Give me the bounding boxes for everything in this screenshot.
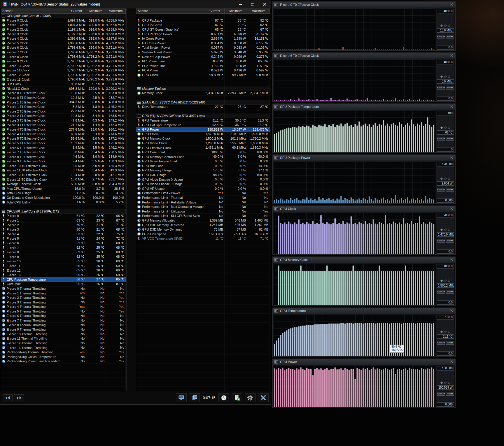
sensor-row[interactable]: GPU Clock99.8 MHz99.7 MHz99.8 MHz <box>136 73 270 78</box>
sensor-row[interactable]: GPU Temperature81.1 °C30.8 °C81.3 °C <box>136 118 270 123</box>
auto-fit-button[interactable]: Auto Fit <box>437 290 445 294</box>
sensor-row[interactable]: PCIe Link Speed16.0 GT/s2.5 GT/s16.0 GT/… <box>136 232 270 237</box>
scroll-left-button[interactable] <box>3 394 13 401</box>
sensor-row[interactable]: CPU IA Cores87 °C29 °C92 °C <box>136 23 270 27</box>
color-dot[interactable] <box>444 127 447 129</box>
sensor-row[interactable]: P-core 5 Clock1,396.6 MHz399.0 MHz4,889.… <box>1 41 126 46</box>
sensor-row[interactable]: E-core 662 °C25 °C68 °C <box>1 241 126 246</box>
graph-chart[interactable] <box>274 110 435 152</box>
graph-chart[interactable] <box>274 59 435 101</box>
sensor-row[interactable]: E-core 7 Clock1,795.6 MHz1,795.2 MHz3,79… <box>1 50 126 55</box>
sensor-row[interactable]: E-core 10 Clock3,790.7 MHz1,795.2 MHz3,7… <box>1 64 126 69</box>
sensor-row[interactable]: Total CPU Usage1.7 %0.7 %3.6 % <box>1 191 126 196</box>
series-color-dot[interactable] <box>440 229 443 231</box>
color-dot[interactable] <box>448 382 450 384</box>
color-dot[interactable] <box>444 331 447 333</box>
section-header-row[interactable]: Memory Timings <box>136 87 270 91</box>
sensor-row[interactable]: P-core 3 T0 Effective Clock47.8 MHz4.3 M… <box>1 118 126 123</box>
color-dot[interactable] <box>448 75 450 78</box>
graph-chart[interactable] <box>274 315 435 356</box>
sensor-row[interactable]: System Agent Power5.676 W3.848 W5.953 W <box>136 50 270 55</box>
close-button[interactable] <box>259 0 271 8</box>
sensor-row[interactable]: E-core 6 Thermal ThrottlingNoNoNo <box>1 314 126 318</box>
sensor-row[interactable]: E-core 6 Clock1,795.6 MHz399.0 MHz3,791.… <box>1 45 126 50</box>
sensor-row[interactable]: PCH Power0.591 W0.496 W0.597 W <box>136 68 270 73</box>
sensor-row[interactable]: GPU Video Clock1,290.0 MHz555.0 MHz1,650… <box>136 141 270 146</box>
column-header-minimum[interactable]: Minimum <box>86 8 106 14</box>
color-dot[interactable] <box>448 178 450 180</box>
sensor-row[interactable]: P-core 260 °C21 °C71 °C <box>1 223 126 227</box>
sensor-row[interactable]: E-core 862 °C25 °C68 °C <box>1 250 126 255</box>
sensor-row[interactable]: Performance Limit - PowerYesNoYes <box>136 191 270 196</box>
graph-chart[interactable] <box>274 366 435 407</box>
sensor-row[interactable]: P-core 1 T1 Effective Clock5.2 MHz1.8 MH… <box>1 105 126 109</box>
graph-chart[interactable] <box>274 8 435 50</box>
series-color-dot[interactable] <box>440 280 443 282</box>
graph-title-bar[interactable]: CPU Package Temperature <box>273 104 455 110</box>
sensor-row[interactable]: Core Max65 °C26 °C87 °C <box>1 282 126 287</box>
reset-button[interactable]: Reset <box>446 290 454 294</box>
sensor-row[interactable]: E-core 962 °C25 °C68 °C <box>1 254 126 259</box>
remote-monitor-button[interactable] <box>176 393 187 402</box>
sensor-row[interactable]: P-core 1 T0 Effective Clock384.3 MHz8.8 … <box>1 100 126 105</box>
color-dot[interactable] <box>448 127 450 129</box>
sensor-row[interactable]: E-core 8 T0 Effective Clock4.6 MHz3.0 MH… <box>1 154 126 159</box>
section-header-row[interactable]: CPU [#0]: Intel Core i9-12900H <box>1 14 126 18</box>
sensor-row[interactable]: Drive Temperature27 °C26 °C27 °C <box>136 105 270 109</box>
series-color-dot[interactable] <box>440 178 443 180</box>
graph-close-icon[interactable] <box>450 105 454 108</box>
sensor-row[interactable]: P-core 2 Clock1,197.1 MHz399.0 MHz4,888.… <box>1 27 126 32</box>
sensor-row[interactable]: GPU Video Decode 0 Usage0.0 %0.0 %0.0 % <box>136 177 270 182</box>
sensor-row[interactable]: Performance Limit - Max Operating Voltag… <box>136 205 270 209</box>
sensor-row[interactable]: CPU Package Power9.604 W6.299 W23.157 W <box>136 32 270 36</box>
sensor-row[interactable]: P-core 1 Thermal ThrottlingYesNoYes <box>1 291 126 296</box>
sensor-row[interactable]: GPU Memory Controller Load40.0 %7.0 %60.… <box>136 154 270 159</box>
sensor-row[interactable]: CPU GT Cores (Graphics)65 °C28 °C67 °C <box>136 27 270 32</box>
sensor-row[interactable]: Performance Limit - SLI GPUBoost SyncNoN… <box>136 214 270 218</box>
sensor-row[interactable]: GPU Video Engine Load0.0 %0.0 %0.0 % <box>136 159 270 164</box>
sensor-row[interactable]: P-core 5 T0 Effective Clock52.6 MHz5.0 M… <box>1 136 126 141</box>
window-title-bar[interactable]: HWiNFO64 v7.30-4870 Sensor Status [280 v… <box>0 0 271 9</box>
sensor-row[interactable]: CPU Package Temperature66 °C27 °C85 °C <box>1 277 126 282</box>
sensor-row[interactable]: GT Cores Power0.054 W0.050 W0.156 W <box>136 41 270 46</box>
sensor-row[interactable]: Package/Ring Critical TemperatureNoNoNo <box>1 355 126 359</box>
color-dot[interactable] <box>448 229 450 231</box>
auto-fit-button[interactable]: Auto Fit <box>437 239 445 243</box>
graph-chart[interactable] <box>274 264 435 305</box>
sensor-row[interactable]: E-core 11 Thermal ThrottlingNoNoNo <box>1 336 126 341</box>
sensor-row[interactable]: GPU Core Load100.0 %0.0 %100.0 % <box>136 150 270 155</box>
sensor-row[interactable]: P-core 4 T1 Effective Clock30.9 MHz2.4 M… <box>1 132 126 136</box>
sensor-row[interactable]: Total System Power0.087 W0.083 W0.109 W <box>136 45 270 50</box>
graph-title-bar[interactable]: GPU Memory Clock <box>273 257 455 263</box>
sensor-row[interactable]: E-core 1165 °C26 °C69 °C <box>1 264 126 268</box>
series-color-dot[interactable] <box>440 127 443 129</box>
sensor-row[interactable]: GPU Memory Clock1,500.2 MHz101.3 MHz1,75… <box>136 136 270 141</box>
reset-button[interactable]: Reset <box>446 188 454 192</box>
sensor-row[interactable]: GPU Bus Load0.0 %0.0 %14.0 % <box>136 164 270 168</box>
sensor-row[interactable]: E-core 8 Thermal ThrottlingNoNoNo <box>1 323 126 327</box>
color-dot[interactable] <box>444 382 447 384</box>
settings-button[interactable] <box>245 393 256 402</box>
sensor-row[interactable]: Total CPU Utility1.6 %0.8 %5.2 % <box>1 200 126 205</box>
sensor-row[interactable]: P-core 1 Clock1,097.3 MHz399.0 MHz4,987.… <box>1 23 126 27</box>
auto-fit-button[interactable]: Auto Fit <box>437 86 445 89</box>
sensor-row[interactable]: IA Cores Power2.664 W1.699 W16.151 W <box>136 36 270 41</box>
sensor-row[interactable]: GPU D3D Memory Dynamic73 MB67 MB81 MB <box>136 227 270 232</box>
color-dot[interactable] <box>444 75 447 78</box>
sensor-row[interactable]: Ring/LLC Clock698.3 MHz399.0 MHz3,990.2 … <box>1 87 126 91</box>
reset-button[interactable]: Reset <box>446 341 454 345</box>
sensor-row[interactable]: E-core 762 °C25 °C68 °C <box>1 245 126 250</box>
sensor-row[interactable]: P-core 3 T1 Effective Clock21.1 MHz1.4 M… <box>1 123 126 127</box>
sensor-row[interactable]: Bus Clock99.8 MHz99.7 MHz99.8 MHz <box>1 82 126 87</box>
sensor-row[interactable]: P-core 360 °C21 °C68 °C <box>1 227 126 232</box>
color-dot[interactable] <box>448 280 450 282</box>
graph-close-icon[interactable] <box>450 207 454 210</box>
sensor-row[interactable]: GPU D3D Usage98.7 %0.5 %100.0 % <box>136 173 270 178</box>
sensor-row[interactable]: PL2 Power Limit115.0 W115.0 W115.0 W <box>136 64 270 69</box>
series-color-dot[interactable] <box>440 382 443 384</box>
sensor-row[interactable]: E-core 1065 °C26 °C69 °C <box>1 259 126 264</box>
sensor-row[interactable]: E-core 8 Clock1,795.6 MHz1,795.2 MHz3,79… <box>1 55 126 59</box>
auto-fit-button[interactable]: Auto Fit <box>437 341 445 345</box>
sensor-row[interactable]: E-core 12 Thermal ThrottlingNoNoNo <box>1 341 126 346</box>
maximize-button[interactable] <box>246 0 259 8</box>
